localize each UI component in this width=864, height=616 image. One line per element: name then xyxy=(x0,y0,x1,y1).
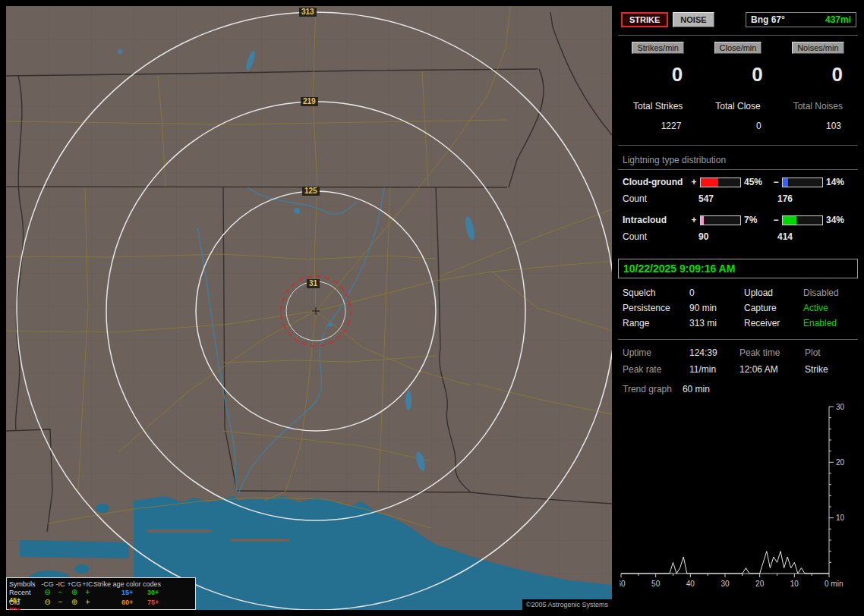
bearing-distance: 437mi xyxy=(825,14,851,25)
cg-negative-pct: 14% xyxy=(825,177,853,187)
rate-counter-labels: Strikes/min Close/min Noises/min xyxy=(618,42,858,54)
separator xyxy=(618,145,858,146)
cg-positive-count: 547 xyxy=(698,193,777,204)
minus-sign: − xyxy=(771,177,780,187)
legend-recent-row: Recent ⊖ − ⊕ + 15+ 30+ 45+ xyxy=(7,589,195,599)
trend-window-value: 60 min xyxy=(683,384,710,394)
squelch-label: Squelch xyxy=(623,288,689,298)
total-noises-value: 103 xyxy=(778,121,858,131)
cg-negative-count: 176 xyxy=(777,193,856,204)
close-per-min-value: 0 xyxy=(698,63,777,86)
noises-per-min-value: 0 xyxy=(778,63,858,86)
svg-text:20: 20 xyxy=(755,580,765,588)
legend-age-title: Strike age color codes xyxy=(93,580,172,588)
old-pos-ic-icon: + xyxy=(82,599,93,606)
strike-mode-button[interactable]: STRIKE xyxy=(621,12,668,27)
peak-rate-value: 11/min xyxy=(689,364,739,375)
cg-negative-bar xyxy=(782,178,823,187)
age-30: 30+ xyxy=(147,589,172,596)
noises-per-min-button[interactable]: Noises/min xyxy=(792,42,844,54)
total-strikes-label: Total Strikes xyxy=(618,101,698,112)
range-value: 313 mi xyxy=(689,318,744,328)
svg-text:10: 10 xyxy=(790,580,799,588)
receiver-label: Receiver xyxy=(744,318,803,328)
total-noises-label: Total Noises xyxy=(778,101,858,112)
cg-positive-bar xyxy=(700,178,741,187)
settings-grid: Squelch 0 Upload Disabled Persistence 90… xyxy=(623,288,858,328)
capture-status: Active xyxy=(803,303,858,313)
recent-neg-cg-icon: ⊖ xyxy=(41,589,54,596)
svg-text:20: 20 xyxy=(836,458,845,467)
ic-negative-count: 414 xyxy=(777,231,856,242)
svg-text:60: 60 xyxy=(620,580,626,588)
separator xyxy=(618,35,858,36)
age-75: 75+ xyxy=(147,599,172,606)
recent-pos-ic-icon: + xyxy=(82,589,93,596)
total-strikes-value: 1227 xyxy=(618,121,698,131)
rate-counter-values: 0 0 0 xyxy=(618,60,858,86)
age-15: 15+ xyxy=(121,589,147,596)
ring-label-313: 313 xyxy=(299,8,317,17)
plus-sign: + xyxy=(689,177,698,187)
peak-time-label: Peak time xyxy=(739,347,805,358)
separator xyxy=(618,339,858,340)
totals-labels: Total Strikes Total Close Total Noises xyxy=(618,92,858,112)
trend-graph-label: Trend graph xyxy=(623,384,672,394)
mode-button-row: STRIKE NOISE Bng 67° 437mi xyxy=(621,12,856,27)
trend-graph-header: Trend graph 60 min xyxy=(623,384,858,394)
persistence-value: 90 min xyxy=(689,303,744,313)
legend-old-row: Old ⊖ − ⊕ + 60+ 75+ 90+ xyxy=(7,599,195,608)
intracloud-count-row: Count 90 414 xyxy=(623,231,858,242)
plus-sign: + xyxy=(689,215,698,225)
count-label: Count xyxy=(623,231,698,242)
legend-col-neg-cg: -CG xyxy=(41,580,54,588)
noise-mode-button[interactable]: NOISE xyxy=(673,12,714,27)
uptime-label: Uptime xyxy=(623,347,689,358)
receiver-status: Enabled xyxy=(803,318,858,328)
strike-legend: Symbols -CG -IC +CG +IC Strike age color… xyxy=(6,577,196,610)
squelch-value: 0 xyxy=(689,288,744,298)
cloud-ground-label: Cloud-ground xyxy=(623,177,689,187)
ic-positive-pct: 7% xyxy=(743,215,771,225)
totals-values: 1227 0 103 xyxy=(618,118,858,131)
datetime-display: 10/22/2025 9:09:16 AM xyxy=(618,259,858,278)
ic-negative-pct: 34% xyxy=(825,215,853,225)
svg-text:0 min: 0 min xyxy=(825,580,843,588)
old-neg-cg-icon: ⊖ xyxy=(41,599,54,606)
bearing-display: Bng 67° 437mi xyxy=(746,12,856,27)
legend-old-label: Old xyxy=(9,599,41,606)
legend-recent-label: Recent xyxy=(9,589,41,596)
age-90: 90+ xyxy=(9,606,41,610)
strikes-per-min-button[interactable]: Strikes/min xyxy=(632,42,683,54)
recent-neg-ic-icon: − xyxy=(54,589,67,596)
ic-positive-count: 90 xyxy=(698,231,777,242)
svg-text:40: 40 xyxy=(686,580,695,588)
svg-text:10: 10 xyxy=(836,514,845,522)
recent-pos-cg-icon: ⊕ xyxy=(67,589,82,596)
legend-col-neg-ic: -IC xyxy=(54,580,67,588)
ring-label-31: 31 xyxy=(307,279,320,288)
persistence-label: Persistence xyxy=(623,303,689,313)
copyright-text: ©2005 Astrogenic Systems xyxy=(522,599,612,610)
plot-label: Plot xyxy=(805,347,858,358)
lightning-map[interactable]: 313 219 125 31 Symbols -CG -IC +CG +IC S… xyxy=(6,6,612,610)
cloud-ground-row: Cloud-ground + 45% − 14% xyxy=(623,177,858,187)
upload-status: Disabled xyxy=(803,288,858,298)
ring-label-125: 125 xyxy=(302,187,320,196)
total-close-value: 0 xyxy=(698,121,777,131)
legend-header-row: Symbols -CG -IC +CG +IC Strike age color… xyxy=(7,579,195,589)
cg-positive-pct: 45% xyxy=(743,177,771,187)
distribution-title: Lightning type distribution xyxy=(618,155,858,170)
intracloud-label: Intracloud xyxy=(623,215,689,225)
plot-value: Strike xyxy=(805,364,858,375)
svg-text:50: 50 xyxy=(651,580,661,588)
old-pos-cg-icon: ⊕ xyxy=(67,599,82,606)
total-close-label: Total Close xyxy=(698,101,777,112)
ic-positive-bar xyxy=(700,215,741,225)
ic-negative-bar xyxy=(782,215,823,225)
close-per-min-button[interactable]: Close/min xyxy=(714,42,762,54)
capture-label: Capture xyxy=(744,303,803,313)
peak-rate-label: Peak rate xyxy=(623,364,689,375)
intracloud-row: Intracloud + 7% − 34% xyxy=(623,215,858,225)
trend-graph: 1020306050403020100 min xyxy=(620,401,856,590)
